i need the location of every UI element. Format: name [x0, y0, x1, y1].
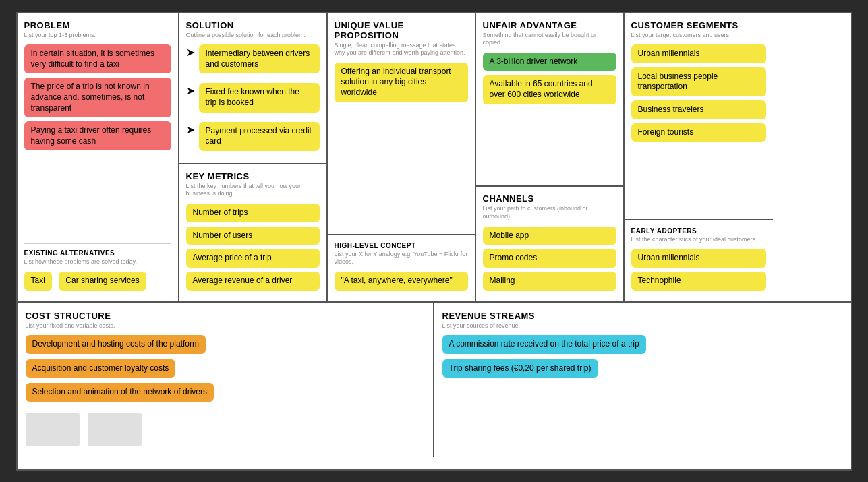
uvp-cell: UNIQUE VALUE PROPOSITION Single, clear, …	[328, 13, 476, 301]
early-adopters-subtitle: List the characteristics of your ideal c…	[631, 236, 766, 244]
customer-segments-title: CUSTOMER SEGMENTS	[631, 20, 766, 30]
existing-alternatives-title: EXISTING ALTERNATIVES	[24, 249, 171, 257]
arrow-icon-3: ➤	[186, 123, 195, 136]
arrow-icon-2: ➤	[186, 84, 195, 97]
solution-subtitle: Outline a possible solution for each pro…	[186, 32, 320, 40]
channel-tag-3: Mailing	[483, 272, 616, 291]
unfair-tag-green: A 3-billion driver network	[483, 53, 616, 71]
segment-tag-2: Local business people transportation	[631, 67, 766, 96]
early-adopters-title: EARLY ADOPTERS	[631, 227, 766, 235]
placeholder-box-1	[26, 413, 80, 446]
revenue-streams-cell: REVENUE STREAMS List your sources of rev…	[434, 303, 851, 457]
segment-tag-3: Business travelers	[631, 100, 766, 119]
uvp-title: UNIQUE VALUE PROPOSITION	[335, 20, 468, 40]
solution-cell: SOLUTION Outline a possible solution for…	[179, 13, 328, 301]
key-metrics-title: KEY METRICS	[186, 171, 320, 181]
key-metrics-subtitle: List the key numbers that tell you how y…	[186, 183, 320, 198]
problem-tag-1: In certain situation, it is sometimes ve…	[24, 44, 171, 73]
problem-tag-3: Paying a taxi driver often requires havi…	[24, 121, 171, 150]
high-level-concept-title: HIGH-LEVEL CONCEPT	[335, 242, 468, 249]
cost-tag-1: Development and hosting costs of the pla…	[26, 335, 206, 354]
customer-segments-cell: CUSTOMER SEGMENTS List your target custo…	[625, 13, 773, 301]
segment-tag-1: Urban millennials	[631, 44, 766, 63]
cost-tag-2: Acquisition and customer loyalty costs	[26, 359, 176, 378]
unfair-subtitle: Something that cannot easily be bought o…	[483, 32, 616, 47]
solution-item-2: ➤ Fixed fee known when the trip is booke…	[186, 83, 320, 112]
uvp-tag: Offering an individual transport solutio…	[335, 63, 468, 102]
cost-structure-title: COST STRUCTURE	[26, 311, 425, 321]
problem-cell: PROBLEM List your top 1-3 problems. In c…	[18, 13, 179, 301]
metric-tag-4: Average revenue of a driver	[186, 272, 320, 291]
revenue-tag-2: Trip sharing fees (€0,20 per shared trip…	[442, 359, 598, 378]
high-level-concept-subtitle: List your X for Y analogy e.g. YouTube =…	[335, 251, 468, 266]
revenue-tag-1: A commission rate received on the total …	[442, 335, 646, 354]
solution-title: SOLUTION	[186, 20, 320, 30]
channels-subtitle: List your path to customers (inbound or …	[483, 205, 616, 220]
metric-tag-3: Average price of a trip	[186, 249, 320, 268]
placeholder-box-2	[88, 413, 142, 446]
solution-tag-2: Fixed fee known when the trip is booked	[199, 83, 320, 112]
cost-tag-3: Selection and animation of the network o…	[26, 383, 214, 402]
solution-item-3: ➤ Payment processed via credit card	[186, 122, 320, 151]
early-adopter-tag-2: Technophile	[631, 272, 766, 291]
metric-tag-1: Number of trips	[186, 204, 320, 222]
alternative-tag-1: Taxi	[24, 272, 52, 291]
problem-title: PROBLEM	[24, 20, 171, 30]
metric-tag-2: Number of users	[186, 227, 320, 245]
channel-tag-1: Mobile app	[483, 227, 616, 245]
alternative-tag-2: Car sharing services	[59, 272, 146, 291]
high-level-concept-tag: "A taxi, anywhere, everywhere"	[335, 272, 468, 291]
problem-tag-2: The price of a trip is not known in adva…	[24, 78, 171, 117]
solution-item-1: ➤ Intermediary between drivers and custo…	[186, 44, 320, 73]
unfair-tag-yellow: Available in 65 countries and over 600 c…	[483, 75, 616, 104]
channel-tag-2: Promo codes	[483, 249, 616, 268]
cost-structure-subtitle: List your fixed and variable costs.	[26, 322, 425, 330]
lean-canvas: PROBLEM List your top 1-3 problems. In c…	[16, 12, 852, 471]
segment-tag-4: Foreign tourists	[631, 123, 766, 142]
unfair-advantage-cell: UNFAIR ADVANTAGE Something that cannot e…	[476, 13, 625, 301]
existing-alternatives-subtitle: List how these problems are solved today…	[24, 258, 171, 266]
problem-subtitle: List your top 1-3 problems.	[24, 32, 171, 40]
revenue-streams-subtitle: List your sources of revenue.	[442, 322, 843, 330]
solution-tag-3: Payment processed via credit card	[199, 122, 320, 151]
early-adopter-tag-1: Urban millennials	[631, 249, 766, 268]
cost-structure-cell: COST STRUCTURE List your fixed and varia…	[18, 303, 434, 457]
unfair-title: UNFAIR ADVANTAGE	[483, 20, 616, 30]
revenue-streams-title: REVENUE STREAMS	[442, 311, 843, 321]
arrow-icon-1: ➤	[186, 46, 195, 59]
channels-title: CHANNELS	[483, 193, 616, 204]
uvp-subtitle: Single, clear, compelling message that s…	[335, 42, 468, 57]
solution-tag-1: Intermediary between drivers and custome…	[199, 44, 320, 73]
customer-segments-subtitle: List your target customers and users.	[631, 32, 766, 40]
